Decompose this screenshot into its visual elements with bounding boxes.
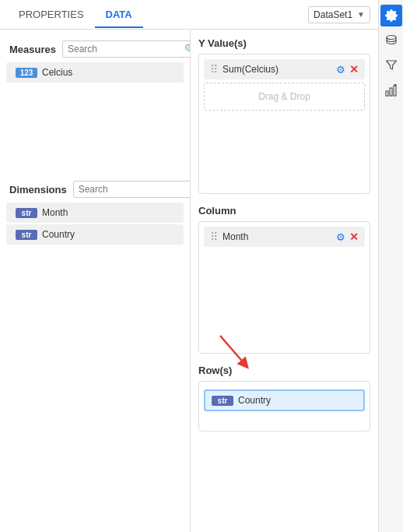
field-item-month[interactable]: str Month bbox=[6, 203, 184, 223]
y-value-item-sum-celcius: ⠿ Sum(Celcius) ⚙ ✕ bbox=[204, 59, 365, 79]
database-icon bbox=[385, 34, 398, 47]
month-gear-icon[interactable]: ⚙ bbox=[336, 231, 345, 243]
sum-celcius-label: Sum(Celcius) bbox=[223, 64, 336, 75]
search-icon: 🔍 bbox=[184, 44, 191, 55]
svg-rect-5 bbox=[394, 86, 396, 96]
drag-handle-icon: ⠿ bbox=[210, 63, 218, 76]
dataset-label: DataSet1 bbox=[314, 9, 352, 20]
measures-search-box: 🔍 bbox=[62, 41, 191, 58]
right-panel: Y Value(s) ⠿ Sum(Celcius) ⚙ ✕ Drag & Dro… bbox=[191, 30, 378, 532]
gear-icon bbox=[385, 9, 398, 22]
tab-properties[interactable]: PROPERTIES bbox=[8, 2, 95, 28]
svg-rect-3 bbox=[386, 91, 388, 96]
field-item-country[interactable]: str Country bbox=[6, 224, 184, 245]
y-values-placeholder: Drag & Drop bbox=[204, 83, 365, 111]
celcius-badge: 123 bbox=[16, 68, 37, 78]
y-values-drop-zone[interactable]: ⠿ Sum(Celcius) ⚙ ✕ Drag & Drop bbox=[198, 54, 370, 194]
left-panel: Measures 🔍 123 Celcius Dimensions 🔍 bbox=[0, 30, 191, 532]
rows-section: Row(s) str Country bbox=[198, 365, 370, 432]
sum-celcius-close-icon[interactable]: ✕ bbox=[349, 63, 359, 76]
svg-rect-4 bbox=[390, 88, 392, 96]
chart-settings-icon bbox=[385, 84, 398, 97]
dimensions-fields-list: str Month str Country bbox=[0, 201, 190, 246]
measures-title: Measures bbox=[9, 44, 56, 55]
y-values-title: Y Value(s) bbox=[198, 37, 370, 49]
measures-search-input[interactable] bbox=[68, 44, 184, 55]
dimensions-header: Dimensions 🔍 bbox=[0, 178, 190, 201]
rows-drop-zone[interactable]: str Country bbox=[198, 381, 370, 432]
y-values-section: Y Value(s) ⠿ Sum(Celcius) ⚙ ✕ Drag & Dro… bbox=[198, 37, 370, 194]
country-rows-badge: str bbox=[212, 396, 233, 406]
rows-title: Row(s) bbox=[198, 365, 370, 376]
sidebar-gear-button[interactable] bbox=[380, 5, 402, 26]
sidebar-database-button[interactable] bbox=[380, 30, 402, 51]
rows-country-item: str Country bbox=[204, 389, 365, 411]
country-label: Country bbox=[42, 229, 75, 240]
measures-fields-list: 123 Celcius bbox=[0, 61, 190, 84]
chevron-down-icon: ▼ bbox=[357, 10, 365, 19]
dataset-selector[interactable]: DataSet1 ▼ bbox=[308, 6, 370, 23]
column-drop-zone[interactable]: ⠿ Month ⚙ ✕ bbox=[198, 221, 370, 354]
month-badge: str bbox=[16, 208, 37, 218]
sidebar-chart-settings-button[interactable] bbox=[380, 79, 402, 101]
svg-point-2 bbox=[387, 36, 396, 40]
month-close-icon[interactable]: ✕ bbox=[349, 231, 359, 243]
country-badge: str bbox=[16, 230, 37, 240]
drag-handle-month-icon: ⠿ bbox=[210, 231, 218, 243]
dimensions-title: Dimensions bbox=[9, 184, 67, 196]
filter-icon bbox=[385, 59, 398, 72]
celcius-label: Celcius bbox=[42, 67, 72, 78]
month-label: Month bbox=[42, 207, 68, 218]
panel-body: Measures 🔍 123 Celcius Dimensions 🔍 bbox=[0, 30, 378, 532]
column-section: Column ⠿ Month ⚙ ✕ bbox=[198, 205, 370, 354]
tab-data[interactable]: DATA bbox=[95, 2, 143, 28]
top-tabs: PROPERTIES DATA DataSet1 ▼ bbox=[0, 0, 378, 30]
sidebar-filter-button[interactable] bbox=[380, 55, 402, 76]
right-sidebar bbox=[378, 0, 403, 532]
sum-celcius-gear-icon[interactable]: ⚙ bbox=[336, 64, 345, 76]
dimensions-search-box: 🔍 bbox=[73, 181, 191, 198]
country-rows-label: Country bbox=[238, 395, 357, 406]
measures-header: Measures 🔍 bbox=[0, 37, 190, 61]
column-item-month: ⠿ Month ⚙ ✕ bbox=[204, 227, 365, 247]
field-item-celcius[interactable]: 123 Celcius bbox=[6, 62, 184, 83]
column-title: Column bbox=[198, 205, 370, 217]
dimensions-search-input[interactable] bbox=[79, 184, 191, 195]
month-column-label: Month bbox=[223, 231, 336, 242]
